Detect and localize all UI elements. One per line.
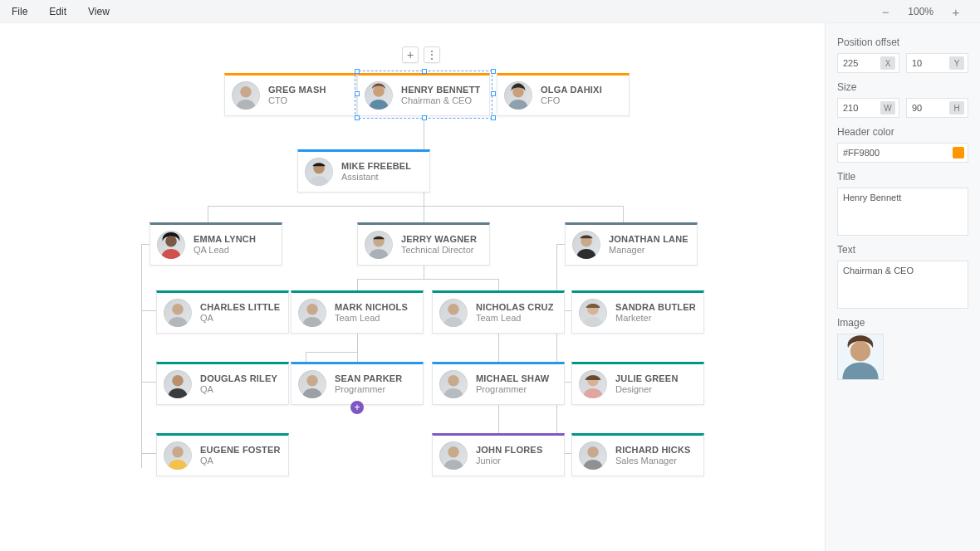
text-label: Text	[837, 244, 968, 256]
card-henry[interactable]: HENRY BENNETT Chairman & CEO	[357, 73, 490, 116]
card-role: Sales Manager	[615, 456, 691, 466]
avatar	[365, 231, 393, 259]
pos-x-input[interactable]: 225X	[837, 53, 899, 73]
card-charles[interactable]: CHARLES LITTLEQA	[156, 290, 289, 334]
card-name: JULIE GREEN	[615, 373, 679, 384]
avatar	[579, 299, 607, 327]
color-label: Header color	[837, 126, 968, 138]
resize-handle-e[interactable]	[491, 91, 496, 96]
add-below-badge[interactable]: +	[350, 401, 364, 414]
avatar	[164, 299, 192, 327]
text-input[interactable]: Chairman & CEO	[837, 261, 968, 309]
w-tag-icon: W	[880, 101, 895, 115]
avatar	[579, 370, 607, 398]
resize-handle-se[interactable]	[491, 115, 496, 120]
card-role: Assistant	[341, 172, 411, 183]
card-role: QA	[200, 313, 280, 324]
card-emma[interactable]: EMMA LYNCH QA Lead	[149, 222, 282, 266]
card-name: HENRY BENNETT	[401, 85, 481, 95]
card-mike[interactable]: MIKE FREEBEL Assistant	[297, 149, 430, 193]
card-name: SANDRA BUTLER	[615, 302, 696, 313]
avatar	[365, 81, 393, 110]
header-color-input[interactable]: #FF9800	[837, 143, 968, 163]
avatar	[439, 370, 468, 398]
zoom-out-button[interactable]: −	[880, 5, 891, 19]
size-h-input[interactable]: 90H	[906, 98, 968, 118]
card-jonathan[interactable]: JONATHAN LANE Manager	[565, 222, 698, 266]
card-mark[interactable]: MARK NICHOLSTeam Lead	[291, 290, 424, 334]
card-name: MIKE FREEBEL	[341, 161, 411, 172]
menu-edit[interactable]: Edit	[49, 6, 66, 17]
resize-handle-w[interactable]	[355, 91, 360, 96]
card-name: NICHOLAS CRUZ	[476, 302, 554, 313]
card-name: OLGA DAHIXI	[541, 85, 602, 95]
card-eugene[interactable]: EUGENE FOSTERQA	[156, 433, 289, 476]
svg-point-8	[172, 375, 184, 387]
resize-handle-nw[interactable]	[355, 69, 360, 74]
svg-point-14	[448, 446, 459, 458]
card-nicholas[interactable]: NICHOLAS CRUZTeam Lead	[432, 290, 565, 334]
svg-point-11	[306, 375, 318, 387]
menu-view[interactable]: View	[88, 6, 110, 17]
card-sandra[interactable]: SANDRA BUTLERMarketer	[571, 290, 704, 334]
card-role: Programmer	[476, 384, 549, 395]
avatar	[439, 441, 468, 470]
card-name: CHARLES LITTLE	[200, 302, 280, 313]
card-michael[interactable]: MICHAEL SHAWProgrammer	[432, 362, 565, 405]
card-role: Marketer	[615, 313, 696, 324]
svg-point-13	[448, 375, 459, 387]
resize-handle-ne[interactable]	[491, 69, 496, 74]
card-role: QA	[200, 384, 277, 395]
resize-handle-sw[interactable]	[355, 115, 360, 120]
title-label: Title	[837, 171, 968, 183]
card-jerry[interactable]: JERRY WAGNER Technical Director	[357, 222, 490, 266]
properties-panel: Position offset 225X 10Y Size 210W 90H H…	[826, 23, 980, 551]
card-name: JONATHAN LANE	[609, 234, 688, 245]
card-sean[interactable]: SEAN PARKERProgrammer	[291, 362, 424, 405]
card-role: QA	[200, 456, 281, 466]
size-w-input[interactable]: 210W	[837, 98, 899, 118]
y-tag-icon: Y	[949, 56, 964, 70]
svg-point-19	[850, 341, 870, 361]
avatar	[298, 299, 326, 327]
card-role: Team Lead	[335, 313, 408, 324]
avatar	[504, 81, 532, 110]
card-role: Technical Director	[401, 245, 477, 256]
title-input[interactable]: Henry Bennett	[837, 188, 968, 236]
zoom-level: 100%	[908, 6, 933, 17]
card-olga[interactable]: OLGA DAHIXI CFO	[497, 73, 630, 116]
card-role: QA Lead	[194, 245, 256, 256]
zoom-in-button[interactable]: +	[950, 5, 962, 19]
card-richard[interactable]: RICHARD HICKSSales Manager	[571, 433, 704, 476]
card-name: EMMA LYNCH	[194, 234, 256, 245]
card-name: DOUGLAS RILEY	[200, 373, 277, 384]
svg-point-7	[172, 304, 184, 315]
add-child-button[interactable]: +	[402, 46, 419, 63]
card-more-button[interactable]: ⋮	[424, 46, 440, 63]
card-name: RICHARD HICKS	[615, 445, 691, 456]
image-picker[interactable]	[837, 334, 884, 380]
card-role: CTO	[268, 95, 326, 106]
x-tag-icon: X	[880, 56, 895, 70]
avatar	[164, 370, 192, 398]
avatar	[572, 231, 600, 259]
card-name: SEAN PARKER	[335, 373, 402, 384]
canvas[interactable]: + ⋮ GREG MASH CTO	[0, 23, 826, 551]
card-douglas[interactable]: DOUGLAS RILEYQA	[156, 362, 289, 405]
image-label: Image	[837, 317, 968, 329]
menu-file[interactable]: File	[12, 6, 27, 17]
menubar: File Edit View − 100% +	[0, 0, 980, 23]
card-name: JERRY WAGNER	[401, 234, 477, 245]
pos-y-input[interactable]: 10Y	[906, 53, 968, 73]
card-greg[interactable]: GREG MASH CTO	[224, 73, 357, 116]
svg-point-0	[240, 86, 252, 98]
card-julie[interactable]: JULIE GREENDesigner	[571, 362, 704, 405]
card-role: Chairman & CEO	[401, 95, 481, 106]
card-john[interactable]: JOHN FLORESJunior	[432, 433, 565, 476]
avatar	[232, 81, 260, 110]
card-role: Manager	[609, 245, 688, 256]
card-name: MARK NICHOLS	[335, 302, 408, 313]
resize-handle-s[interactable]	[422, 115, 427, 120]
avatar	[439, 299, 468, 327]
resize-handle-n[interactable]	[422, 69, 427, 74]
